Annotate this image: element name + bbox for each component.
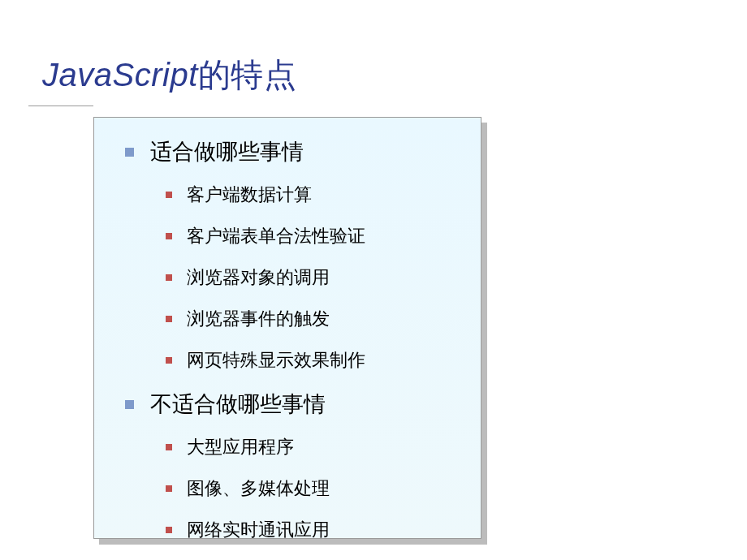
level1-heading: 不适合做哪些事情 [150,390,326,419]
level1-heading: 适合做哪些事情 [150,137,304,166]
square-bullet-icon [166,274,172,281]
list-item: 不适合做哪些事情 [125,390,481,419]
square-bullet-icon [125,400,134,409]
list-item: 客户端数据计算 [166,183,481,207]
square-bullet-icon [166,316,172,322]
level2-text: 浏览器事件的触发 [187,307,330,331]
list-item: 网络实时通讯应用 [166,518,481,542]
content-box: 适合做哪些事情 客户端数据计算 客户端表单合法性验证 浏览器对象的调用 浏览器事… [93,117,481,539]
list-item: 大型应用程序 [166,435,481,459]
level2-text: 网页特殊显示效果制作 [187,348,365,373]
content-inner: 适合做哪些事情 客户端数据计算 客户端表单合法性验证 浏览器对象的调用 浏览器事… [94,118,481,542]
title-underline [28,106,93,106]
level2-text: 网络实时通讯应用 [187,518,330,542]
list-item: 浏览器事件的触发 [166,307,481,331]
level2-text: 浏览器对象的调用 [187,265,330,290]
square-bullet-icon [166,192,172,198]
list-item: 适合做哪些事情 [125,137,481,166]
level2-text: 客户端数据计算 [187,183,312,207]
square-bullet-icon [166,357,172,364]
title-cn: 的特点 [198,57,297,93]
list-item: 客户端表单合法性验证 [166,224,481,248]
square-bullet-icon [166,233,172,239]
level2-text: 大型应用程序 [187,435,294,459]
level2-text: 客户端表单合法性验证 [187,224,365,248]
square-bullet-icon [166,527,172,533]
list-item: 网页特殊显示效果制作 [166,348,481,373]
title-en: JavaScript [42,57,198,93]
level2-text: 图像、多媒体处理 [187,476,330,501]
square-bullet-icon [166,485,172,492]
square-bullet-icon [166,444,172,450]
slide-title: JavaScript的特点 [42,53,296,97]
list-item: 浏览器对象的调用 [166,265,481,290]
square-bullet-icon [125,148,134,157]
list-item: 图像、多媒体处理 [166,476,481,501]
